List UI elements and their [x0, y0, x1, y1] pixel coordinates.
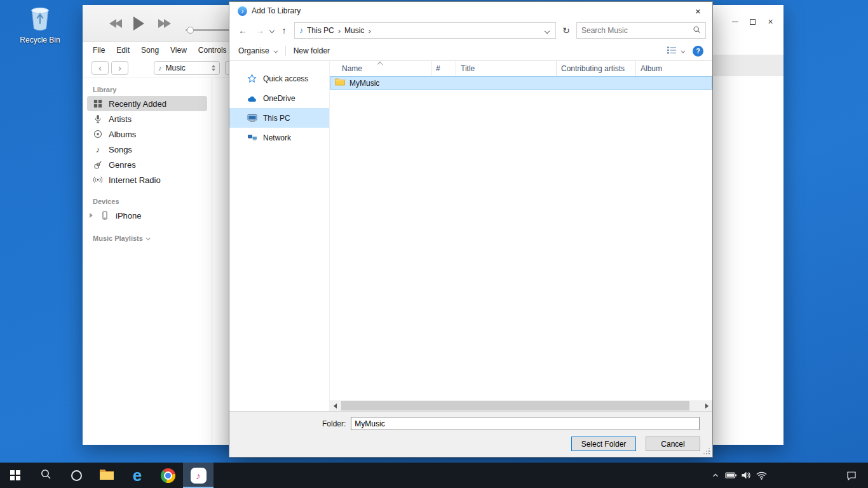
cancel-button[interactable]: Cancel — [646, 437, 700, 451]
sidebar-item-recently-added[interactable]: Recently Added — [87, 96, 207, 111]
column-number[interactable]: # — [431, 61, 456, 76]
taskbar-search-button[interactable] — [31, 463, 61, 488]
menu-view[interactable]: View — [165, 46, 193, 55]
horizontal-scrollbar[interactable] — [330, 400, 712, 411]
history-dropdown-icon[interactable] — [269, 28, 275, 33]
file-row-mymusic[interactable]: MyMusic — [330, 76, 712, 90]
itunes-taskbar-button[interactable]: ♪ — [183, 463, 214, 488]
organise-button[interactable]: Organise — [238, 46, 278, 55]
recycle-bin-icon — [28, 23, 52, 34]
scrollbar-thumb[interactable] — [341, 401, 689, 410]
music-playlists-header[interactable]: Music Playlists — [93, 234, 212, 242]
column-title[interactable]: Title — [456, 61, 557, 76]
volume-icon[interactable] — [738, 463, 754, 488]
search-icon — [693, 25, 701, 36]
search-input[interactable] — [581, 26, 693, 35]
sidebar-item-artists[interactable]: Artists — [87, 111, 207, 126]
grid-icon — [93, 99, 103, 108]
itunes-header-band — [712, 55, 783, 76]
play-button[interactable] — [133, 17, 144, 30]
maximize-button[interactable] — [749, 18, 757, 26]
media-type-selector[interactable]: ♪ Music — [154, 61, 220, 75]
scroll-left-icon[interactable] — [330, 400, 341, 411]
tray-expand-icon[interactable] — [708, 463, 723, 488]
itunes-icon: ♪ — [191, 468, 207, 484]
new-folder-button[interactable]: New folder — [294, 46, 330, 55]
dialog-title: Add To Library — [252, 6, 301, 15]
refresh-button[interactable]: ↻ — [559, 25, 573, 36]
devices-header: Devices — [93, 198, 212, 205]
album-icon — [93, 130, 103, 139]
column-contributing-artists[interactable]: Contributing artists — [557, 61, 636, 76]
dialog-close-button[interactable]: × — [684, 2, 712, 20]
taskbar: e ♪ — [0, 463, 868, 488]
music-note-icon: ♪ — [158, 64, 162, 72]
nav-back-button[interactable]: ← — [236, 25, 250, 36]
cortana-button[interactable] — [61, 463, 92, 488]
resize-grip[interactable] — [709, 453, 710, 454]
forward-button[interactable]: › — [111, 61, 128, 75]
cortana-icon — [71, 470, 82, 481]
select-folder-button[interactable]: Select Folder — [571, 437, 636, 451]
dialog-footer: Folder: Select Folder Cancel — [229, 411, 712, 457]
menu-controls[interactable]: Controls — [193, 46, 233, 55]
view-mode-button[interactable] — [667, 46, 685, 57]
chevron-down-icon — [146, 236, 151, 240]
nav-item-onedrive[interactable]: OneDrive — [229, 88, 329, 108]
breadcrumb-this-pc[interactable]: This PC — [307, 26, 334, 35]
navigation-pane: Quick access OneDrive This PC — [229, 61, 329, 411]
sidebar-item-iphone[interactable]: iPhone — [87, 208, 207, 223]
nav-forward-button[interactable]: → — [253, 25, 267, 36]
menu-song[interactable]: Song — [135, 46, 165, 55]
sidebar-item-albums[interactable]: Albums — [87, 126, 207, 142]
column-album[interactable]: Album — [636, 61, 712, 76]
minimize-button[interactable] — [731, 18, 739, 26]
scroll-right-icon[interactable] — [702, 400, 712, 411]
close-button[interactable]: × — [766, 18, 775, 26]
music-note-icon: ♪ — [93, 145, 103, 154]
expand-icon[interactable] — [88, 213, 94, 218]
nav-item-quick-access[interactable]: Quick access — [229, 69, 329, 88]
breadcrumb-music[interactable]: Music — [344, 26, 364, 35]
menu-edit[interactable]: Edit — [111, 46, 135, 55]
chevron-down-icon — [681, 49, 686, 53]
recycle-bin[interactable]: Recycle Bin — [17, 5, 64, 44]
computer-icon — [247, 114, 257, 123]
sidebar-item-songs[interactable]: ♪ Songs — [87, 142, 207, 157]
edge-icon: e — [133, 467, 142, 484]
start-button[interactable] — [0, 463, 31, 488]
folder-name-input[interactable] — [351, 417, 700, 430]
rewind-button[interactable] — [109, 19, 122, 28]
nav-item-network[interactable]: Network — [229, 128, 329, 147]
volume-slider[interactable] — [186, 29, 233, 31]
address-dropdown-icon[interactable] — [545, 26, 551, 35]
file-explorer-button[interactable] — [92, 463, 122, 488]
breadcrumb[interactable]: ♪ This PC › Music › — [294, 22, 556, 39]
dialog-titlebar[interactable]: ♪ Add To Library × — [229, 2, 712, 20]
edge-button[interactable]: e — [122, 463, 153, 488]
fast-forward-button[interactable] — [158, 19, 171, 28]
media-type-label: Music — [166, 64, 186, 72]
nav-item-this-pc[interactable]: This PC — [229, 108, 329, 128]
sidebar-item-genres[interactable]: Genres — [87, 157, 207, 172]
guitar-icon — [93, 160, 103, 169]
menu-file[interactable]: File — [93, 46, 111, 55]
help-button[interactable]: ? — [693, 46, 703, 57]
chrome-button[interactable] — [153, 463, 183, 488]
rewind-icon — [115, 19, 122, 28]
details-view-icon — [667, 46, 677, 57]
action-center-icon[interactable] — [844, 463, 859, 488]
volume-knob[interactable] — [187, 27, 194, 34]
sidebar-item-internet-radio[interactable]: Internet Radio — [87, 172, 207, 187]
nav-up-button[interactable]: ↑ — [277, 25, 291, 36]
sidebar-divider — [212, 78, 212, 445]
breadcrumb-separator-icon: › — [368, 26, 370, 36]
search-box[interactable] — [576, 22, 706, 39]
wifi-icon[interactable] — [754, 463, 769, 488]
broadcast-icon — [93, 175, 103, 184]
library-header: Library — [93, 86, 212, 93]
battery-icon[interactable] — [723, 463, 738, 488]
back-button[interactable]: ‹ — [92, 61, 109, 75]
column-name[interactable]: Name — [330, 61, 431, 76]
recycle-bin-label: Recycle Bin — [17, 36, 64, 44]
